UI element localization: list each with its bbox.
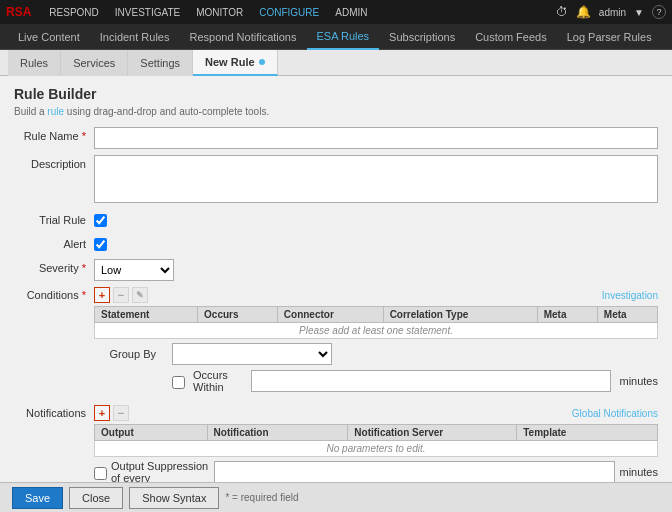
conditions-add-button[interactable]: + <box>94 287 110 303</box>
col-occurs: Occurs <box>198 307 278 323</box>
col-statement: Statement <box>95 307 198 323</box>
second-nav: Live Content Incident Rules Respond Noti… <box>0 24 672 50</box>
notifications-label: Notifications <box>14 405 94 419</box>
top-nav-right: ⏱ 🔔 admin ▼ ? <box>556 5 666 19</box>
rule-name-label: Rule Name * <box>14 127 94 142</box>
rule-link[interactable]: rule <box>47 106 64 117</box>
col-meta1: Meta <box>537 307 597 323</box>
required-note: * = required field <box>225 492 298 503</box>
tab-new-rule[interactable]: New Rule <box>193 50 278 76</box>
nav-investigate[interactable]: INVESTIGATE <box>107 0 188 24</box>
severity-select[interactable]: Low Medium High Critical <box>94 259 174 281</box>
output-suppress-label: Output Suppression of every <box>111 460 210 482</box>
notifications-add-button[interactable]: + <box>94 405 110 421</box>
conditions-edit-button[interactable]: ✎ <box>132 287 148 303</box>
description-input[interactable] <box>94 155 658 203</box>
page-subtitle: Build a rule using drag-and-drop and aut… <box>14 106 658 117</box>
alert-checkbox[interactable] <box>94 238 107 251</box>
nav-certificates[interactable]: Certificates <box>662 24 672 50</box>
nav-monitor[interactable]: MONITOR <box>188 0 251 24</box>
conditions-empty-row: Please add at least one statement. <box>95 323 658 339</box>
occurs-within-row: Occurs Within minutes <box>94 369 658 393</box>
notifications-remove-button[interactable]: − <box>113 405 129 421</box>
conditions-label: Conditions * <box>14 287 94 301</box>
nav-esa-rules[interactable]: ESA Rules <box>307 24 380 50</box>
occurs-within-label: Occurs Within <box>193 369 243 393</box>
nav-configure[interactable]: CONFIGURE <box>251 0 327 24</box>
tab-settings[interactable]: Settings <box>128 50 193 76</box>
nav-log-parser-rules[interactable]: Log Parser Rules <box>557 24 662 50</box>
group-by-label: Group By <box>94 348 164 360</box>
occurs-within-checkbox[interactable] <box>172 376 185 389</box>
nav-subscriptions[interactable]: Subscriptions <box>379 24 465 50</box>
nav-incident-rules[interactable]: Incident Rules <box>90 24 180 50</box>
notif-col-output: Output <box>95 425 208 441</box>
tab-rules[interactable]: Rules <box>8 50 61 76</box>
description-row: Description <box>14 155 658 205</box>
notif-col-server: Notification Server <box>348 425 517 441</box>
trial-rule-row: Trial Rule <box>14 211 658 229</box>
tab-dot <box>259 59 265 65</box>
conditions-remove-button[interactable]: − <box>113 287 129 303</box>
notif-col-template: Template <box>517 425 658 441</box>
conditions-empty-message: Please add at least one statement. <box>95 323 658 339</box>
output-suppress-input[interactable] <box>214 461 616 482</box>
notifications-empty-row: No parameters to edit. <box>95 441 658 457</box>
rule-name-row: Rule Name * <box>14 127 658 149</box>
col-meta2: Meta <box>597 307 657 323</box>
close-button[interactable]: Close <box>69 487 123 509</box>
minutes-label: minutes <box>619 375 658 387</box>
alert-row: Alert <box>14 235 658 253</box>
rsa-logo: RSA <box>6 5 31 19</box>
col-correlation-type: Correlation Type <box>383 307 537 323</box>
user-label[interactable]: admin <box>599 7 626 18</box>
severity-row: Severity * Low Medium High Critical <box>14 259 658 281</box>
output-suppress-checkbox[interactable] <box>94 467 107 480</box>
nav-custom-feeds[interactable]: Custom Feeds <box>465 24 557 50</box>
col-connector: Connector <box>277 307 383 323</box>
conditions-row: Conditions * + − ✎ Investigation Stateme… <box>14 287 658 399</box>
nav-live-content[interactable]: Live Content <box>8 24 90 50</box>
severity-label: Severity * <box>14 259 94 274</box>
output-suppress-unit: minutes <box>619 466 658 478</box>
tab-bar: Rules Services Settings New Rule <box>0 50 672 76</box>
occurs-within-input[interactable] <box>251 370 611 392</box>
group-by-select[interactable] <box>172 343 332 365</box>
global-notifications-link[interactable]: Global Notifications <box>572 408 658 419</box>
conditions-header: + − ✎ Investigation <box>94 287 658 303</box>
notifications-header: + − Global Notifications <box>94 405 658 421</box>
bell-icon[interactable]: 🔔 <box>576 5 591 19</box>
rule-name-input[interactable] <box>94 127 658 149</box>
page-title: Rule Builder <box>14 86 658 102</box>
notifications-empty-message: No parameters to edit. <box>95 441 658 457</box>
conditions-table: Statement Occurs Connector Correlation T… <box>94 306 658 339</box>
output-suppress-row: Output Suppression of every minutes <box>94 460 658 482</box>
tab-services[interactable]: Services <box>61 50 128 76</box>
save-button[interactable]: Save <box>12 487 63 509</box>
trial-rule-label: Trial Rule <box>14 211 94 226</box>
description-label: Description <box>14 155 94 170</box>
clock-icon[interactable]: ⏱ <box>556 5 568 19</box>
nav-admin[interactable]: ADMIN <box>327 0 375 24</box>
notifications-row: Notifications + − Global Notifications O… <box>14 405 658 482</box>
investigation-link[interactable]: Investigation <box>602 290 658 301</box>
group-by-row: Group By <box>94 343 658 365</box>
bottom-bar: Save Close Show Syntax * = required fiel… <box>0 482 672 512</box>
nav-respond[interactable]: RESPOND <box>41 0 106 24</box>
help-icon[interactable]: ? <box>652 5 666 19</box>
show-syntax-button[interactable]: Show Syntax <box>129 487 219 509</box>
alert-label: Alert <box>14 235 94 250</box>
main-content: Rule Builder Build a rule using drag-and… <box>0 76 672 482</box>
notif-col-notification: Notification <box>207 425 348 441</box>
top-nav: RSA RESPOND INVESTIGATE MONITOR CONFIGUR… <box>0 0 672 24</box>
notifications-table: Output Notification Notification Server … <box>94 424 658 457</box>
trial-rule-checkbox[interactable] <box>94 214 107 227</box>
nav-respond-notifications[interactable]: Respond Notifications <box>179 24 306 50</box>
